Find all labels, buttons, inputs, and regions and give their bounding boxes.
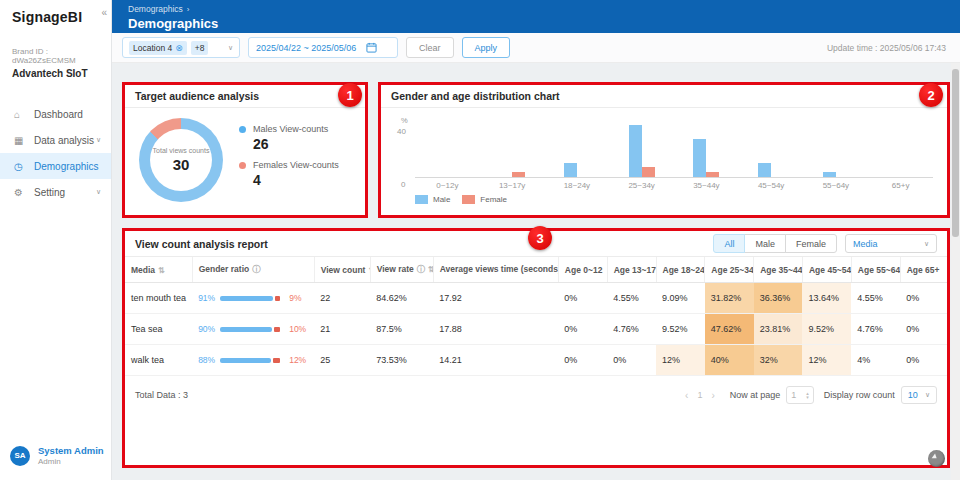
prev-page-button[interactable]: ‹ bbox=[680, 390, 693, 401]
tab-male[interactable]: Male bbox=[744, 234, 786, 253]
legend-label: Males View-counts bbox=[253, 124, 328, 134]
tab-female[interactable]: Female bbox=[785, 234, 837, 253]
bar-male bbox=[758, 163, 771, 177]
column-header: Age 65+ bbox=[900, 257, 947, 283]
male-bar bbox=[220, 296, 273, 301]
age-cell: 0% bbox=[607, 345, 656, 376]
legend-swatch-icon bbox=[415, 195, 428, 204]
y-tick-40: 40 bbox=[397, 127, 406, 136]
page-input[interactable]: 1 ▴▾ bbox=[786, 386, 814, 404]
brand-id: Brand ID : dWa26ZsECMSM bbox=[12, 47, 111, 65]
age-cell: 0% bbox=[900, 314, 947, 345]
page-stepper[interactable]: ▴▾ bbox=[806, 391, 809, 399]
annotation-box-1: Target audience analysis Total views cou… bbox=[122, 82, 368, 218]
female-pct: 9% bbox=[289, 293, 301, 303]
age-cell: 0% bbox=[900, 345, 947, 376]
gender-ratio-cell: 88%12% bbox=[192, 345, 314, 376]
bar-group-35~44y bbox=[674, 120, 739, 177]
view-rate-cell: 73.53% bbox=[370, 345, 433, 376]
chip-remove-icon[interactable]: ⊗ bbox=[175, 43, 183, 53]
avg-time-cell: 14.21 bbox=[433, 345, 558, 376]
column-header: Gender ratioⓘ bbox=[192, 257, 314, 283]
column-header: Age 55~64 bbox=[851, 257, 900, 283]
view-rate-cell: 87.5% bbox=[370, 314, 433, 345]
calendar-icon[interactable] bbox=[366, 39, 377, 57]
age-cell: 9.52% bbox=[656, 314, 705, 345]
location-select[interactable]: Location 4⊗ +8 ∨ bbox=[122, 37, 240, 58]
info-icon[interactable]: ⓘ bbox=[417, 265, 425, 274]
gender-ratio-bar bbox=[220, 358, 284, 363]
report-table: Media⇅Gender ratioⓘView count⇅View rateⓘ… bbox=[125, 257, 947, 376]
column-header: Age 18~24 bbox=[656, 257, 705, 283]
report-table-header: Media⇅Gender ratioⓘView count⇅View rateⓘ… bbox=[125, 257, 947, 283]
page-header: Demographics› Demographics bbox=[112, 0, 960, 33]
audience-legend: Males View-counts26Females View-counts4 bbox=[239, 124, 339, 196]
donut-center-label: Total views counts bbox=[153, 147, 210, 154]
audience-legend-item: Females View-counts4 bbox=[239, 160, 339, 188]
tab-all[interactable]: All bbox=[713, 234, 745, 253]
legend-value: 4 bbox=[253, 172, 339, 188]
x-tick-label: 45~54y bbox=[739, 181, 804, 190]
sort-icon[interactable]: ⇅ bbox=[428, 265, 433, 274]
column-header: Age 45~54 bbox=[802, 257, 851, 283]
bar-male bbox=[564, 163, 577, 177]
column-header: Age 25~34 bbox=[705, 257, 754, 283]
clear-button[interactable]: Clear bbox=[406, 37, 454, 58]
next-page-button[interactable]: › bbox=[706, 390, 719, 401]
scrollbar-thumb[interactable] bbox=[952, 69, 959, 237]
scrollbar[interactable] bbox=[951, 63, 960, 480]
breadcrumb[interactable]: Demographics› bbox=[128, 4, 960, 14]
location-more-chip[interactable]: +8 bbox=[191, 41, 209, 55]
annotation-box-3: View count analysis report AllMaleFemale… bbox=[122, 228, 950, 468]
audience-panel-title: Target audience analysis bbox=[135, 90, 259, 102]
male-pct: 88% bbox=[198, 355, 215, 365]
y-axis-label: % bbox=[401, 116, 408, 125]
age-cell: 9.52% bbox=[802, 314, 851, 345]
male-pct: 90% bbox=[198, 324, 215, 334]
age-cell: 13.64% bbox=[802, 283, 851, 314]
user-block[interactable]: SA System Admin Admin bbox=[10, 445, 104, 466]
age-cell: 47.62% bbox=[705, 314, 754, 345]
sidebar-item-dashboard[interactable]: ⌂Dashboard bbox=[0, 101, 111, 127]
age-cell: 9.09% bbox=[656, 283, 705, 314]
user-role: Admin bbox=[38, 457, 104, 466]
bar-chart-groups bbox=[415, 120, 933, 178]
step-down-icon[interactable]: ▾ bbox=[806, 395, 809, 399]
sidebar-item-demographics[interactable]: ◷Demographics bbox=[0, 153, 111, 179]
bar-group-65+y bbox=[868, 120, 933, 177]
legend-label: Female bbox=[480, 195, 507, 204]
age-cell: 31.82% bbox=[705, 283, 754, 314]
brand-name: Advantech SIoT bbox=[12, 68, 111, 79]
table-row: Tea sea90%10%2187.5%17.880%4.76%9.52%47.… bbox=[125, 314, 947, 345]
x-tick-label: 18~24y bbox=[545, 181, 610, 190]
row-count-select[interactable]: 10 ∨ bbox=[901, 386, 937, 404]
sidebar-item-label: Dashboard bbox=[34, 109, 83, 120]
chevron-down-icon: ∨ bbox=[925, 391, 930, 399]
sidebar-item-data-analysis[interactable]: ▦Data analysis∨ bbox=[0, 127, 111, 153]
sidebar-item-setting[interactable]: ⚙Setting∨ bbox=[0, 179, 111, 205]
breadcrumb-item[interactable]: Demographics bbox=[128, 4, 183, 14]
date-range-input[interactable]: 2025/04/22 ~ 2025/05/06 bbox=[248, 37, 398, 58]
column-header: View rateⓘ⇅ bbox=[370, 257, 433, 283]
male-pct: 91% bbox=[198, 293, 215, 303]
report-panel-title: View count analysis report bbox=[135, 238, 268, 250]
filter-bar: Location 4⊗ +8 ∨ 2025/04/22 ~ 2025/05/06… bbox=[112, 33, 960, 63]
bar-chart-legend: MaleFemale bbox=[415, 195, 947, 204]
column-header: Age 0~12 bbox=[558, 257, 607, 283]
view-count-cell: 25 bbox=[314, 345, 370, 376]
sidebar-collapse-icon[interactable]: « bbox=[101, 7, 107, 18]
location-chip[interactable]: Location 4⊗ bbox=[129, 41, 187, 55]
age-cell: 36.36% bbox=[754, 283, 803, 314]
media-dropdown[interactable]: Media ∨ bbox=[845, 234, 937, 253]
annotation-badge-1: 1 bbox=[338, 83, 362, 107]
display-row-count-label: Display row count bbox=[824, 390, 895, 400]
view-rate-cell: 84.62% bbox=[370, 283, 433, 314]
info-icon[interactable]: ⓘ bbox=[252, 265, 260, 274]
bar-group-18~24y bbox=[545, 120, 610, 177]
x-tick-label: 55~64y bbox=[804, 181, 869, 190]
media-cell: walk tea bbox=[125, 345, 192, 376]
sort-icon[interactable]: ⇅ bbox=[158, 266, 165, 275]
page-number[interactable]: 1 bbox=[693, 390, 706, 400]
update-time: Update time : 2025/05/06 17:43 bbox=[827, 43, 946, 53]
apply-button[interactable]: Apply bbox=[462, 37, 511, 58]
